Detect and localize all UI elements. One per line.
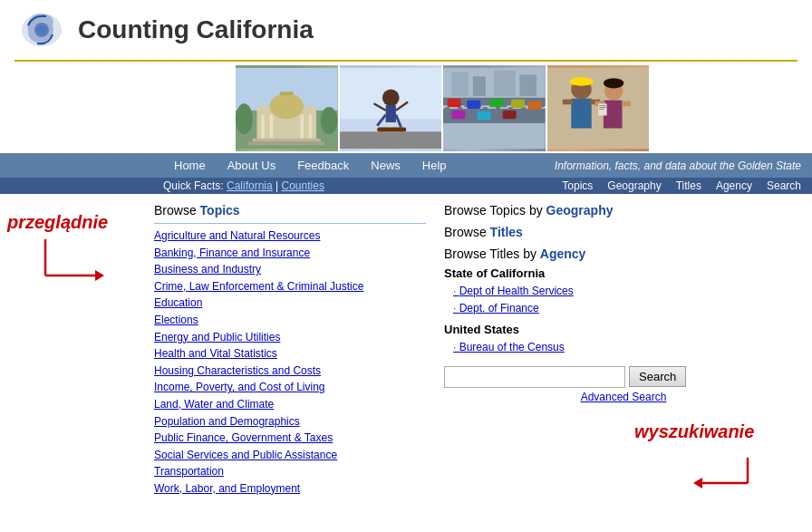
- browse-agency-title: Browse Titles by Agency: [444, 247, 803, 261]
- search-section: Search Advanced Search: [444, 366, 803, 403]
- nav-left: Home About Us Feedback News Help: [0, 156, 458, 175]
- nav-home[interactable]: Home: [163, 156, 217, 175]
- svg-point-2: [37, 25, 46, 34]
- svg-rect-49: [562, 100, 572, 105]
- svg-rect-26: [377, 128, 406, 132]
- topic-link[interactable]: Transportation: [154, 463, 426, 480]
- browse-geo-title: Browse Topics by Geography: [444, 203, 803, 218]
- browse-word: Browse: [154, 203, 200, 218]
- topic-link[interactable]: Health and Vital Statistics: [154, 345, 426, 363]
- topic-link[interactable]: Education: [154, 295, 426, 312]
- svg-point-52: [603, 78, 624, 88]
- topic-link[interactable]: Social Services and Public Assistance: [154, 447, 426, 464]
- topic-link[interactable]: Housing Characteristics and Costs: [154, 363, 426, 380]
- topic-link[interactable]: Agriculture and Natural Resources: [154, 227, 426, 245]
- svg-rect-14: [248, 142, 324, 146]
- header-divider: [14, 60, 798, 62]
- svg-point-16: [321, 107, 338, 134]
- dept-finance-link[interactable]: Dept. of Finance: [444, 300, 803, 317]
- advanced-search-link[interactable]: Advanced Search: [581, 391, 667, 403]
- svg-rect-40: [473, 76, 486, 96]
- photo-people: [547, 65, 650, 151]
- annotation-wyszukiwanie: wyszukiwanie: [634, 421, 754, 442]
- nav-help[interactable]: Help: [411, 156, 458, 175]
- us-title: United States: [444, 323, 803, 336]
- topic-link[interactable]: Energy and Public Utilities: [154, 329, 426, 346]
- dept-health-link[interactable]: Dept of Health Services: [444, 283, 803, 300]
- svg-rect-12: [309, 115, 313, 140]
- svg-rect-36: [451, 111, 465, 119]
- svg-rect-42: [519, 74, 536, 95]
- svg-rect-38: [503, 111, 517, 119]
- right-panel: Browse Topics by Geography Browse Titles…: [435, 203, 812, 498]
- svg-rect-19: [340, 131, 442, 149]
- agency-word: Agency: [540, 247, 586, 261]
- topic-link[interactable]: Elections: [154, 312, 426, 329]
- photo-capitol: [236, 65, 338, 151]
- svg-marker-62: [95, 270, 104, 281]
- topic-link[interactable]: Business and Industry: [154, 261, 426, 278]
- arrow-search-icon: [693, 458, 757, 497]
- search-button[interactable]: Search: [629, 366, 686, 387]
- subnav-search[interactable]: Search: [767, 179, 801, 192]
- main-content: przeglądnie Browse Topics Agriculture an…: [0, 194, 812, 498]
- svg-rect-21: [385, 105, 395, 122]
- photo-skate: [340, 65, 442, 151]
- header: Counting California: [0, 0, 812, 60]
- topic-link[interactable]: Population and Demographics: [154, 413, 426, 430]
- geo-word: Geography: [546, 203, 614, 218]
- browse-titles-word: Browse: [444, 225, 490, 239]
- nav-bar: Home About Us Feedback News Help Informa…: [0, 153, 812, 178]
- svg-rect-47: [573, 81, 590, 85]
- nav-news[interactable]: News: [360, 156, 411, 175]
- browse-geo-word: Browse Topics by: [444, 203, 546, 218]
- search-input[interactable]: [444, 366, 625, 388]
- topic-link[interactable]: Income, Poverty, and Cost of Living: [154, 379, 426, 396]
- svg-rect-58: [599, 107, 606, 108]
- quickfacts-california[interactable]: California: [227, 179, 273, 192]
- subnav-geography[interactable]: Geography: [607, 179, 661, 192]
- svg-rect-9: [261, 115, 265, 140]
- topic-link[interactable]: Banking, Finance and Insurance: [154, 245, 426, 262]
- svg-rect-37: [478, 111, 491, 120]
- svg-rect-48: [571, 99, 592, 129]
- svg-point-15: [236, 103, 253, 134]
- sub-nav: Quick Facts: California | Counties Topic…: [0, 178, 812, 194]
- svg-rect-8: [280, 92, 294, 95]
- browse-topics-title: Browse Topics: [154, 203, 426, 218]
- svg-rect-41: [494, 71, 515, 96]
- quickfacts-counties[interactable]: Counties: [282, 179, 324, 192]
- photo-cars: [443, 65, 546, 151]
- bureau-census-link[interactable]: Bureau of the Census: [444, 339, 803, 356]
- svg-rect-57: [599, 105, 606, 106]
- svg-rect-13: [253, 139, 321, 142]
- site-title: Counting California: [78, 15, 314, 44]
- arrow-browse-icon: [27, 239, 109, 292]
- svg-rect-11: [300, 115, 304, 140]
- svg-rect-32: [467, 101, 480, 109]
- nav-about[interactable]: About Us: [217, 156, 286, 175]
- annotation-browse-text: przeglądnie: [7, 212, 108, 233]
- subnav-agency[interactable]: Agency: [716, 179, 752, 192]
- svg-rect-39: [451, 73, 469, 96]
- topic-link[interactable]: Public Finance, Government & Taxes: [154, 430, 426, 447]
- svg-rect-10: [270, 115, 274, 140]
- photo-strip: [236, 65, 649, 151]
- sub-nav-quickfacts: Quick Facts: California | Counties: [0, 179, 324, 192]
- nav-feedback[interactable]: Feedback: [286, 156, 360, 175]
- topics-divider: [154, 223, 426, 224]
- topic-link[interactable]: Work, Labor, and Employment: [154, 480, 426, 498]
- topics-word: Topics: [200, 203, 240, 218]
- svg-rect-31: [448, 99, 461, 107]
- svg-rect-35: [528, 102, 542, 110]
- svg-rect-55: [622, 102, 630, 107]
- svg-rect-33: [490, 99, 504, 107]
- svg-point-20: [382, 89, 399, 106]
- topic-link[interactable]: Land, Water and Climate: [154, 396, 426, 413]
- subnav-titles[interactable]: Titles: [676, 179, 701, 192]
- topic-link[interactable]: Crime, Law Enforcement & Criminal Justic…: [154, 278, 426, 295]
- browse-agency-word: Browse Titles by: [444, 247, 540, 261]
- state-california-title: State of California: [444, 266, 803, 280]
- svg-rect-7: [283, 93, 291, 111]
- subnav-topics[interactable]: Topics: [562, 179, 593, 192]
